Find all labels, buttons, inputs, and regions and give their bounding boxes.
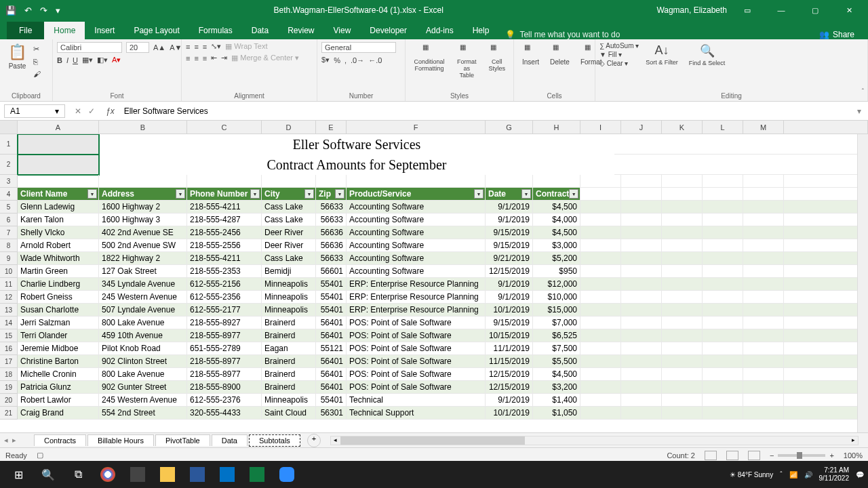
cell[interactable] — [784, 252, 868, 265]
col-header[interactable]: C — [187, 121, 262, 134]
cell[interactable]: 56401 — [316, 381, 347, 394]
scroll-right-icon[interactable]: ▸ — [848, 436, 858, 445]
cell[interactable] — [743, 265, 784, 278]
col-header[interactable]: L — [703, 121, 743, 134]
bold-button[interactable]: B — [57, 56, 62, 64]
cell[interactable] — [580, 329, 621, 342]
percent-icon[interactable]: % — [334, 56, 340, 64]
cell[interactable] — [703, 278, 743, 291]
filter-dropdown-icon[interactable]: ▼ — [335, 189, 344, 199]
cell[interactable] — [662, 252, 703, 265]
align-middle-icon[interactable]: ≡ — [194, 43, 198, 51]
cell[interactable] — [784, 304, 868, 317]
cell[interactable]: 459 10th Avenue — [99, 329, 187, 342]
cell[interactable] — [662, 355, 703, 368]
cancel-icon[interactable]: ✕ — [75, 106, 81, 116]
cell[interactable]: 9/15/2019 — [486, 317, 533, 329]
clear-button[interactable]: ◇ Clear ▾ — [599, 60, 639, 67]
cell[interactable]: 902 Clinton Street — [99, 355, 187, 368]
tab-data[interactable]: Data — [242, 22, 278, 39]
cell[interactable] — [580, 407, 621, 420]
sheet-title[interactable]: Eller Software Services — [99, 134, 614, 155]
cell[interactable]: ERP: Enterprise Resource Planning — [347, 304, 486, 317]
cell[interactable]: Brainerd — [262, 329, 316, 342]
cell[interactable]: 218-555-2556 — [187, 239, 262, 252]
select-all-corner[interactable] — [0, 121, 18, 134]
cell[interactable] — [662, 188, 703, 201]
cell[interactable] — [621, 188, 662, 201]
cell[interactable] — [703, 368, 743, 381]
fill-color-icon[interactable]: ◧▾ — [97, 56, 108, 64]
wifi-icon[interactable]: 📶 — [789, 471, 797, 479]
sheet-nav-prev-icon[interactable]: ◂ — [4, 436, 8, 445]
cell[interactable]: 10/1/2019 — [486, 304, 533, 317]
find-select-button[interactable]: 🔍Find & Select — [685, 42, 730, 68]
row-header[interactable]: 6 — [0, 214, 18, 226]
table-header[interactable]: Product/Service▼ — [347, 188, 486, 201]
cell[interactable]: 55401 — [316, 278, 347, 291]
cell[interactable] — [614, 155, 868, 175]
row-header[interactable]: 14 — [0, 317, 18, 329]
cell[interactable]: Susan Charlotte — [18, 304, 99, 317]
cell[interactable] — [784, 239, 868, 252]
cell[interactable]: $7,000 — [533, 317, 580, 329]
cell[interactable]: 9/1/2019 — [486, 394, 533, 407]
cell[interactable] — [580, 239, 621, 252]
cell[interactable]: 402 2nd Avenue SE — [99, 226, 187, 239]
align-left-icon[interactable]: ≡ — [186, 54, 190, 62]
cell[interactable]: 10/1/2019 — [486, 407, 533, 420]
align-right-icon[interactable]: ≡ — [203, 54, 207, 62]
scroll-left-icon[interactable]: ◂ — [331, 436, 340, 445]
cell[interactable]: 12/15/2019 — [486, 368, 533, 381]
cell[interactable]: 554 2nd Street — [99, 407, 187, 420]
cell[interactable] — [784, 175, 868, 188]
cell[interactable]: Cass Lake — [262, 201, 316, 214]
currency-icon[interactable]: $▾ — [321, 56, 330, 64]
filter-dropdown-icon[interactable]: ▼ — [176, 189, 185, 199]
cell[interactable]: $15,000 — [533, 304, 580, 317]
cell[interactable]: 9/21/2019 — [486, 252, 533, 265]
cell[interactable]: Technical Support — [347, 407, 486, 420]
cell[interactable] — [662, 394, 703, 407]
cell[interactable]: $4,500 — [533, 368, 580, 381]
row-header[interactable]: 12 — [0, 291, 18, 304]
cell[interactable]: 55401 — [316, 394, 347, 407]
cell[interactable] — [784, 265, 868, 278]
cell[interactable] — [743, 394, 784, 407]
user-name[interactable]: Wagman, Elizabeth — [656, 5, 727, 15]
cell[interactable] — [743, 214, 784, 226]
table-header[interactable]: Phone Number▼ — [187, 188, 262, 201]
cell[interactable] — [703, 201, 743, 214]
cell[interactable] — [580, 304, 621, 317]
cell[interactable] — [784, 329, 868, 342]
filter-dropdown-icon[interactable]: ▼ — [569, 189, 578, 199]
cell[interactable] — [784, 291, 868, 304]
format-painter-icon[interactable]: 🖌 — [33, 70, 41, 78]
zoom-app[interactable] — [273, 464, 301, 485]
cell[interactable] — [580, 368, 621, 381]
cell[interactable] — [621, 278, 662, 291]
cell[interactable] — [743, 226, 784, 239]
cell[interactable] — [784, 368, 868, 381]
cell[interactable]: $3,200 — [533, 381, 580, 394]
filter-dropdown-icon[interactable]: ▼ — [521, 189, 531, 199]
paste-button[interactable]: 📋 Paste — [4, 42, 31, 71]
cell[interactable]: 56601 — [316, 265, 347, 278]
cell[interactable]: 345 Lyndale Avenue — [99, 278, 187, 291]
row-header[interactable]: 9 — [0, 252, 18, 265]
cell[interactable] — [580, 175, 621, 188]
cell[interactable] — [703, 407, 743, 420]
cell[interactable] — [784, 355, 868, 368]
cell[interactable] — [580, 201, 621, 214]
cell[interactable]: $4,500 — [533, 226, 580, 239]
cell[interactable] — [662, 201, 703, 214]
cell[interactable]: Christine Barton — [18, 355, 99, 368]
cell[interactable] — [621, 368, 662, 381]
orientation-icon[interactable]: ⤡▾ — [211, 42, 221, 51]
name-box[interactable]: A1 ▾ — [4, 104, 65, 118]
cell[interactable]: Robert Lawlor — [18, 394, 99, 407]
maximize-icon[interactable]: ▢ — [802, 6, 829, 15]
cell[interactable]: Shelly Vlcko — [18, 226, 99, 239]
cell[interactable] — [743, 342, 784, 355]
cell[interactable] — [662, 407, 703, 420]
